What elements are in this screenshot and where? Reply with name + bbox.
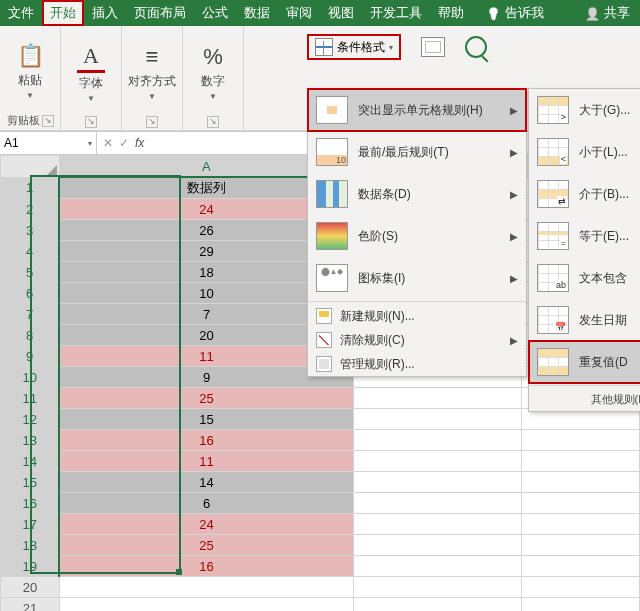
paste-button[interactable]: 📋 粘贴 ▼ <box>6 40 54 102</box>
cell[interactable]: 25 <box>59 388 353 409</box>
row-header[interactable]: 15 <box>1 472 60 493</box>
cell[interactable] <box>522 535 640 556</box>
cell[interactable]: 15 <box>59 409 353 430</box>
tab-page-layout[interactable]: 页面布局 <box>126 0 194 26</box>
submenu-less-than[interactable]: < 小于(L)... <box>529 131 640 173</box>
submenu-duplicate-values[interactable]: 重复值(D <box>529 341 640 383</box>
row-header[interactable]: 4 <box>1 241 60 262</box>
row-header[interactable]: 19 <box>1 556 60 577</box>
cell[interactable] <box>353 409 522 430</box>
row-header[interactable]: 10 <box>1 367 60 388</box>
alignment-button[interactable]: ≡ 对齐方式 ▼ <box>128 41 176 103</box>
cell[interactable] <box>353 514 522 535</box>
conditional-formatting-label: 条件格式 <box>337 39 385 56</box>
tab-review[interactable]: 审阅 <box>278 0 320 26</box>
row-header[interactable]: 18 <box>1 535 60 556</box>
row-header[interactable]: 5 <box>1 262 60 283</box>
row-header[interactable]: 8 <box>1 325 60 346</box>
cell[interactable] <box>522 577 640 598</box>
menu-label: 数据条(D) <box>358 186 411 203</box>
cell[interactable] <box>353 451 522 472</box>
cell[interactable] <box>353 388 522 409</box>
row-header[interactable]: 16 <box>1 493 60 514</box>
number-dialog-launcher[interactable]: ↘ <box>207 116 219 128</box>
percent-icon: % <box>199 43 227 71</box>
row-header[interactable]: 13 <box>1 430 60 451</box>
row-header[interactable]: 9 <box>1 346 60 367</box>
cell[interactable] <box>522 514 640 535</box>
cell[interactable]: 11 <box>59 451 353 472</box>
cell[interactable] <box>59 577 353 598</box>
row-header[interactable]: 3 <box>1 220 60 241</box>
conditional-formatting-button[interactable]: 条件格式 ▾ <box>307 34 401 60</box>
submenu-equal-to[interactable]: = 等于(E)... <box>529 215 640 257</box>
cell[interactable] <box>353 430 522 451</box>
row-header[interactable]: 20 <box>1 577 60 598</box>
row-header[interactable]: 21 <box>1 598 60 612</box>
row-header[interactable]: 2 <box>1 199 60 220</box>
row-header[interactable]: 11 <box>1 388 60 409</box>
font-button[interactable]: A 字体 ▼ <box>67 41 115 103</box>
menu-top-bottom-rules[interactable]: 最前/最后规则(T) ▶ <box>308 131 526 173</box>
find-icon[interactable] <box>465 36 487 58</box>
submenu-greater-than[interactable]: > 大于(G)... <box>529 89 640 131</box>
cell[interactable] <box>522 493 640 514</box>
share-button[interactable]: 共享 <box>575 0 640 26</box>
menu-clear-rules[interactable]: 清除规则(C) ▶ <box>308 328 526 352</box>
tab-home[interactable]: 开始 <box>42 0 84 26</box>
select-all-corner[interactable] <box>1 156 60 178</box>
cell[interactable] <box>522 472 640 493</box>
cell[interactable]: 6 <box>59 493 353 514</box>
cell[interactable] <box>353 535 522 556</box>
menu-data-bars[interactable]: 数据条(D) ▶ <box>308 173 526 215</box>
cell[interactable]: 24 <box>59 514 353 535</box>
tab-data[interactable]: 数据 <box>236 0 278 26</box>
cell[interactable] <box>353 556 522 577</box>
menu-highlight-cells-rules[interactable]: 突出显示单元格规则(H) ▶ <box>308 89 526 131</box>
clipboard-dialog-launcher[interactable]: ↘ <box>42 115 54 127</box>
cell[interactable] <box>522 556 640 577</box>
cell[interactable]: 16 <box>59 556 353 577</box>
cell[interactable] <box>353 472 522 493</box>
cell[interactable] <box>59 598 353 612</box>
menu-icon-sets[interactable]: 图标集(I) ▶ <box>308 257 526 299</box>
menu-new-rule[interactable]: 新建规则(N)... <box>308 304 526 328</box>
row-header[interactable]: 12 <box>1 409 60 430</box>
tab-help[interactable]: 帮助 <box>430 0 472 26</box>
row-header[interactable]: 1 <box>1 177 60 199</box>
row-header[interactable]: 14 <box>1 451 60 472</box>
cell[interactable] <box>353 598 522 612</box>
cell[interactable] <box>522 598 640 612</box>
row-header[interactable]: 6 <box>1 283 60 304</box>
name-box[interactable]: A1 ▾ <box>0 132 97 154</box>
menu-color-scales[interactable]: 色阶(S) ▶ <box>308 215 526 257</box>
cell[interactable] <box>353 577 522 598</box>
tab-formulas[interactable]: 公式 <box>194 0 236 26</box>
tab-developer[interactable]: 开发工具 <box>362 0 430 26</box>
tell-me[interactable]: 告诉我 <box>478 0 552 26</box>
fx-icon[interactable]: fx <box>135 136 144 150</box>
submenu-between[interactable]: ⇄ 介于(B)... <box>529 173 640 215</box>
cell[interactable]: 16 <box>59 430 353 451</box>
submenu-more-rules[interactable]: 其他规则(M) <box>529 388 640 411</box>
enter-icon[interactable]: ✓ <box>119 136 129 150</box>
cell[interactable]: 25 <box>59 535 353 556</box>
cell[interactable] <box>522 430 640 451</box>
tab-insert[interactable]: 插入 <box>84 0 126 26</box>
submenu-date-occurring[interactable]: 📅 发生日期 <box>529 299 640 341</box>
number-button[interactable]: % 数字 ▼ <box>189 41 237 103</box>
cancel-icon[interactable]: ✕ <box>103 136 113 150</box>
chevron-right-icon: ▶ <box>510 273 518 284</box>
submenu-text-contains[interactable]: ab 文本包含 <box>529 257 640 299</box>
format-table-icon[interactable] <box>421 37 445 57</box>
row-header[interactable]: 17 <box>1 514 60 535</box>
row-header[interactable]: 7 <box>1 304 60 325</box>
cell[interactable] <box>522 451 640 472</box>
font-dialog-launcher[interactable]: ↘ <box>85 116 97 128</box>
menu-manage-rules[interactable]: 管理规则(R)... <box>308 352 526 376</box>
align-dialog-launcher[interactable]: ↘ <box>146 116 158 128</box>
tab-file[interactable]: 文件 <box>0 0 42 26</box>
cell[interactable] <box>353 493 522 514</box>
tab-view[interactable]: 视图 <box>320 0 362 26</box>
cell[interactable]: 14 <box>59 472 353 493</box>
